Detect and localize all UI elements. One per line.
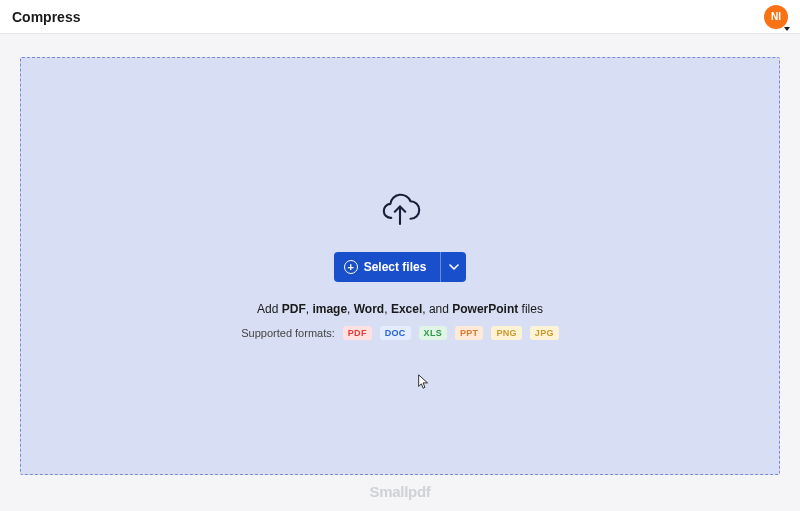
format-badge-xls: XLS bbox=[419, 326, 447, 340]
avatar[interactable]: NI bbox=[764, 5, 788, 29]
format-badge-doc: DOC bbox=[380, 326, 411, 340]
chevron-down-icon bbox=[449, 264, 459, 270]
plus-circle-icon: + bbox=[344, 260, 358, 274]
select-files-label: Select files bbox=[364, 260, 427, 274]
header: Compress NI bbox=[0, 0, 800, 34]
select-files-group: + Select files bbox=[334, 252, 467, 282]
page-title: Compress bbox=[12, 9, 80, 25]
hint-text: Add PDF, image, Word, Excel, and PowerPo… bbox=[257, 302, 543, 316]
format-badge-jpg: JPG bbox=[530, 326, 559, 340]
formats-row: Supported formats: PDF DOC XLS PPT PNG J… bbox=[241, 326, 559, 340]
cloud-upload-icon bbox=[379, 192, 421, 228]
dropzone[interactable]: + Select files Add PDF, image, Word, Exc… bbox=[20, 57, 780, 475]
formats-label: Supported formats: bbox=[241, 327, 335, 339]
format-badge-ppt: PPT bbox=[455, 326, 483, 340]
cursor-icon bbox=[417, 374, 431, 394]
select-files-dropdown-button[interactable] bbox=[440, 252, 466, 282]
caret-down-icon bbox=[784, 27, 790, 31]
select-files-button[interactable]: + Select files bbox=[334, 252, 441, 282]
user-menu[interactable]: NI bbox=[764, 5, 788, 29]
brand-watermark: Smallpdf bbox=[20, 483, 780, 500]
format-badge-pdf: PDF bbox=[343, 326, 372, 340]
content: + Select files Add PDF, image, Word, Exc… bbox=[0, 34, 800, 510]
format-badge-png: PNG bbox=[491, 326, 521, 340]
